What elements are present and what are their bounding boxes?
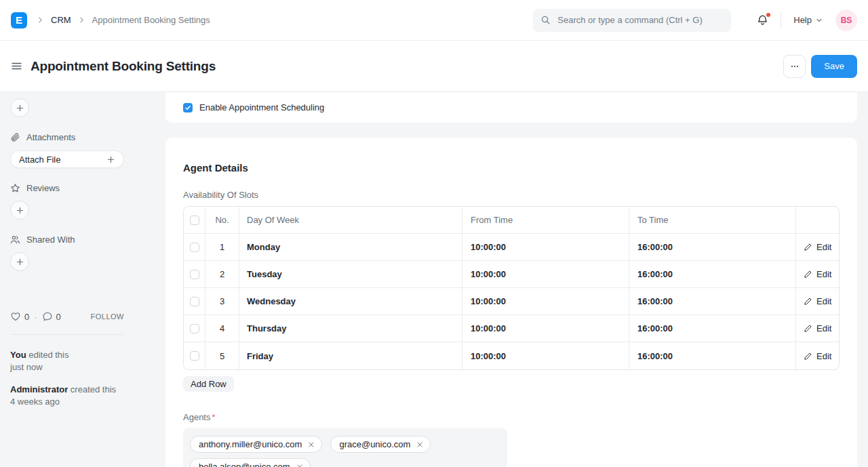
availability-grid: No. Day Of Week From Time To Time 1 Mond…	[183, 206, 840, 370]
edited-time: just now	[10, 362, 43, 372]
created-action: created this	[71, 384, 116, 394]
settings-card: Enable Appointment Scheduling	[165, 92, 857, 123]
to-time-cell[interactable]: 16:00:00	[629, 234, 795, 260]
form-body: Enable Appointment Scheduling Agent Deta…	[155, 92, 868, 467]
user-avatar[interactable]: BS	[835, 9, 857, 31]
edited-action: edited this	[28, 350, 68, 360]
attachments-label: Attachments	[26, 132, 75, 142]
page-title: Appointment Booking Settings	[31, 59, 216, 74]
plus-icon	[106, 155, 115, 164]
top-navbar: E CRM Appointment Booking Settings Help	[0, 0, 868, 41]
shared-with-label: Shared With	[26, 235, 75, 245]
select-all-checkbox[interactable]	[190, 216, 199, 225]
avatar-initials: BS	[841, 16, 852, 25]
comments-count: 0	[56, 312, 61, 322]
day-cell[interactable]: Wednesday	[239, 288, 462, 314]
column-header-to: To Time	[629, 207, 795, 233]
from-time-cell[interactable]: 10:00:00	[462, 261, 629, 287]
comment-icon[interactable]	[42, 311, 53, 322]
breadcrumb: CRM Appointment Booking Settings	[36, 15, 210, 25]
pencil-icon	[804, 243, 812, 251]
grid-row-1: 1 Monday 10:00:00 16:00:00 Edit	[184, 234, 839, 261]
column-header-day: Day Of Week	[239, 207, 462, 233]
notification-dot	[766, 13, 770, 17]
remove-tag-icon[interactable]	[308, 441, 315, 448]
edit-row-button[interactable]: Edit	[804, 296, 831, 306]
social-row: 0 · 0 FOLLOW	[10, 311, 124, 322]
search-input[interactable]	[556, 14, 724, 26]
row-index: 3	[205, 288, 239, 314]
edit-row-button[interactable]: Edit	[804, 351, 831, 361]
from-time-cell[interactable]: 10:00:00	[462, 315, 629, 342]
from-time-cell[interactable]: 10:00:00	[462, 288, 629, 314]
pencil-icon	[804, 352, 812, 361]
edit-row-button[interactable]: Edit	[804, 323, 831, 333]
enable-scheduling-checkbox[interactable]	[183, 103, 193, 113]
agent-tag: anthony.miller@unico.com	[190, 436, 322, 453]
dot-separator: ·	[34, 312, 37, 322]
add-review-button[interactable]	[10, 201, 29, 220]
attach-file-button[interactable]: Attach File	[10, 150, 124, 168]
day-cell[interactable]: Tuesday	[239, 261, 462, 287]
to-time-cell[interactable]: 16:00:00	[629, 288, 795, 314]
edit-row-button[interactable]: Edit	[804, 269, 831, 279]
add-share-button[interactable]	[10, 252, 29, 271]
add-tag-button[interactable]	[10, 98, 29, 117]
global-search[interactable]	[533, 9, 731, 32]
column-header-from: From Time	[462, 207, 629, 233]
reviews-label: Reviews	[26, 183, 60, 193]
row-checkbox[interactable]	[190, 351, 199, 361]
agents-multiselect-input[interactable]: anthony.miller@unico.com grace@unico.com…	[183, 428, 507, 467]
remove-tag-icon[interactable]	[296, 464, 303, 467]
created-time: 4 weeks ago	[10, 397, 60, 407]
edit-row-button[interactable]: Edit	[804, 242, 831, 252]
save-button[interactable]: Save	[811, 55, 857, 78]
help-label: Help	[793, 15, 812, 25]
edit-label: Edit	[816, 269, 831, 279]
sidebar-toggle-icon[interactable]	[11, 60, 22, 72]
agents-field-label: Agents*	[183, 412, 840, 422]
agent-tag-label: bella.alsop@unico.com	[199, 462, 290, 467]
add-row-button[interactable]: Add Row	[183, 376, 234, 392]
help-menu[interactable]: Help	[793, 15, 823, 25]
check-icon	[184, 104, 191, 111]
from-time-cell[interactable]: 10:00:00	[462, 234, 629, 260]
grid-row-3: 3 Wednesday 10:00:00 16:00:00 Edit	[184, 288, 839, 315]
agent-tag: grace@unico.com	[330, 436, 431, 453]
day-cell[interactable]: Monday	[239, 234, 462, 260]
remove-tag-icon[interactable]	[416, 441, 423, 448]
agent-tag-label: anthony.miller@unico.com	[199, 439, 302, 449]
more-menu-button[interactable]	[783, 55, 806, 78]
attach-file-label: Attach File	[19, 155, 60, 165]
row-checkbox[interactable]	[190, 270, 199, 279]
to-time-cell[interactable]: 16:00:00	[629, 315, 795, 342]
app-logo-letter: E	[16, 14, 22, 26]
section-title: Agent Details	[183, 162, 840, 174]
from-time-cell[interactable]: 10:00:00	[462, 342, 629, 369]
row-checkbox[interactable]	[190, 324, 199, 333]
to-time-cell[interactable]: 16:00:00	[629, 261, 795, 287]
follow-button[interactable]: FOLLOW	[91, 312, 124, 321]
breadcrumb-app[interactable]: CRM	[51, 15, 71, 25]
day-cell[interactable]: Thursday	[239, 315, 462, 342]
column-header-no: No.	[205, 207, 239, 233]
to-time-cell[interactable]: 16:00:00	[629, 342, 795, 369]
day-cell[interactable]: Friday	[239, 342, 462, 369]
pencil-icon	[804, 297, 812, 306]
chevron-right-icon	[36, 16, 45, 24]
heart-icon[interactable]	[10, 311, 21, 322]
slots-field-label: Availability Of Slots	[183, 190, 840, 200]
notifications-bell-icon[interactable]	[757, 14, 768, 26]
search-icon	[540, 15, 551, 25]
reviews-section-label: Reviews	[10, 183, 124, 193]
breadcrumb-page: Appointment Booking Settings	[92, 15, 210, 25]
row-index: 1	[205, 234, 239, 260]
row-index: 5	[205, 342, 239, 369]
app-logo[interactable]: E	[11, 12, 27, 28]
row-checkbox[interactable]	[190, 243, 199, 252]
content-layout: Attachments Attach File Reviews Shared W…	[0, 92, 868, 467]
plus-icon	[16, 206, 24, 215]
grid-row-4: 4 Thursday 10:00:00 16:00:00 Edit	[184, 315, 839, 342]
row-checkbox[interactable]	[190, 297, 199, 306]
sidebar-divider	[10, 334, 124, 335]
